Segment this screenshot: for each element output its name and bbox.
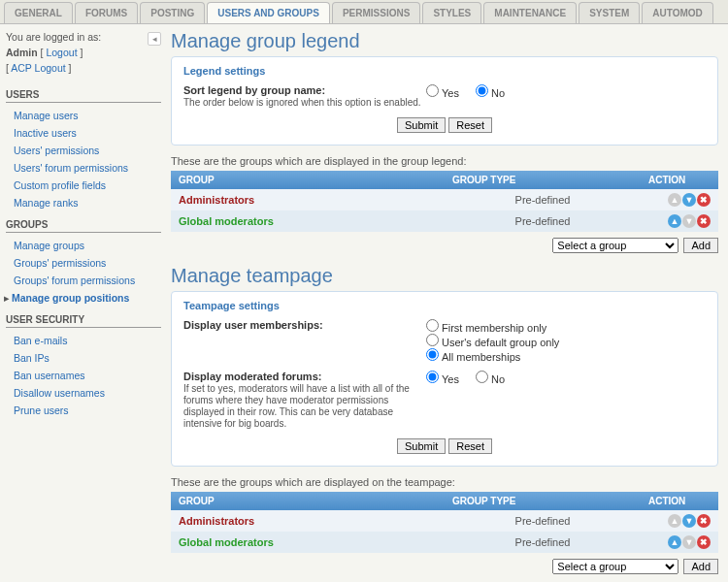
move-up-icon: ▲ [668, 193, 681, 207]
group-type: Pre-defined [445, 210, 641, 232]
tab-system[interactable]: SYSTEM [579, 2, 640, 23]
sidebar-item-ban-ips[interactable]: Ban IPs [6, 349, 161, 367]
tab-users-and-groups[interactable]: USERS AND GROUPS [207, 2, 330, 23]
tab-general[interactable]: GENERAL [4, 2, 73, 23]
sidebar-item-manage-ranks[interactable]: Manage ranks [6, 194, 161, 211]
table-row: AdministratorsPre-defined▲▼✖ [171, 189, 718, 210]
section-title-legend: Manage group legend [171, 30, 718, 52]
sidebar-item-inactive-users[interactable]: Inactive users [6, 124, 161, 142]
sidebar-item-ban-usernames[interactable]: Ban usernames [6, 367, 161, 384]
membership-option-radio[interactable]: First membership only [426, 319, 692, 334]
move-down-icon: ▼ [682, 214, 696, 228]
sidebar-item-custom-profile-fields[interactable]: Custom profile fields [6, 177, 161, 194]
sidebar-item-manage-group-positions[interactable]: Manage group positions [6, 289, 161, 307]
add-group-legend-button[interactable]: Add [683, 238, 718, 253]
delete-icon[interactable]: ✖ [697, 535, 711, 549]
sidebar-header: USERS [6, 89, 161, 103]
move-down-icon[interactable]: ▼ [682, 514, 696, 528]
move-up-icon[interactable]: ▲ [668, 535, 681, 549]
membership-option-radio[interactable]: All memberships [426, 348, 692, 363]
submit-button[interactable]: Submit [397, 117, 446, 133]
tab-styles[interactable]: STYLES [422, 2, 481, 23]
sidebar-item-disallow-usernames[interactable]: Disallow usernames [6, 384, 161, 402]
move-down-icon[interactable]: ▼ [682, 193, 696, 207]
move-up-icon: ▲ [668, 514, 681, 528]
sidebar-item-manage-users[interactable]: Manage users [6, 107, 161, 124]
group-name: Administrators [171, 189, 445, 210]
login-info: You are logged in as: Admin [ Logout ] [… [6, 30, 161, 81]
modforums-no-radio[interactable]: No [476, 373, 505, 385]
membership-option-radio[interactable]: User's default group only [426, 334, 692, 348]
group-type: Pre-defined [445, 189, 641, 210]
table-row: AdministratorsPre-defined▲▼✖ [171, 510, 718, 532]
tab-permissions[interactable]: PERMISSIONS [332, 2, 420, 23]
sidebar-item-manage-groups[interactable]: Manage groups [6, 237, 161, 254]
sidebar-item-ban-e-mails[interactable]: Ban e-mails [6, 332, 161, 349]
sidebar-header: GROUPS [6, 219, 161, 233]
delete-icon[interactable]: ✖ [697, 214, 711, 228]
sort-yes-radio[interactable]: Yes [426, 87, 459, 99]
delete-icon[interactable]: ✖ [697, 514, 711, 528]
delete-icon[interactable]: ✖ [697, 193, 711, 207]
table-row: Global moderatorsPre-defined▲▼✖ [171, 532, 718, 553]
submit-button-teampage[interactable]: Submit [397, 438, 446, 454]
logout-link[interactable]: Logout [46, 47, 77, 58]
legend-groups-table: GROUP GROUP TYPE ACTION AdministratorsPr… [171, 171, 718, 232]
collapse-sidebar-icon[interactable]: ◂ [148, 32, 161, 46]
group-type: Pre-defined [445, 510, 641, 532]
teampage-settings-fieldset: Teampage settings Display user membershi… [171, 291, 718, 467]
group-name: Global moderators [171, 532, 445, 553]
reset-button[interactable]: Reset [448, 117, 492, 133]
select-group-legend[interactable]: Select a group [552, 238, 678, 253]
select-group-teampage[interactable]: Select a group [552, 559, 678, 574]
tab-forums[interactable]: FORUMS [75, 2, 138, 23]
group-name: Global moderators [171, 210, 445, 232]
sidebar-item-groups-permissions[interactable]: Groups' permissions [6, 254, 161, 272]
tab-posting[interactable]: POSTING [140, 2, 205, 23]
add-group-teampage-button[interactable]: Add [683, 559, 718, 574]
legend-settings-fieldset: Legend settings Sort legend by group nam… [171, 56, 718, 146]
section-title-teampage: Manage teampage [171, 265, 718, 287]
table-row: Global moderatorsPre-defined▲▼✖ [171, 210, 718, 232]
sidebar-item-users-permissions[interactable]: Users' permissions [6, 142, 161, 159]
group-name: Administrators [171, 510, 445, 532]
sidebar-item-users-forum-permissions[interactable]: Users' forum permissions [6, 159, 161, 177]
reset-button-teampage[interactable]: Reset [448, 438, 492, 454]
group-type: Pre-defined [445, 532, 641, 553]
tab-automod[interactable]: AUTOMOD [642, 2, 712, 23]
move-down-icon: ▼ [682, 535, 696, 549]
acp-logout-link[interactable]: ACP Logout [11, 62, 65, 74]
sidebar-header: USER SECURITY [6, 314, 161, 328]
sidebar-item-groups-forum-permissions[interactable]: Groups' forum permissions [6, 272, 161, 289]
tab-maintenance[interactable]: MAINTENANCE [483, 2, 577, 23]
sidebar-item-prune-users[interactable]: Prune users [6, 402, 161, 419]
current-user: Admin [6, 47, 38, 58]
modforums-yes-radio[interactable]: Yes [426, 373, 459, 385]
sort-no-radio[interactable]: No [476, 87, 505, 99]
move-up-icon[interactable]: ▲ [668, 214, 681, 228]
teampage-groups-table: GROUP GROUP TYPE ACTION AdministratorsPr… [171, 492, 718, 553]
